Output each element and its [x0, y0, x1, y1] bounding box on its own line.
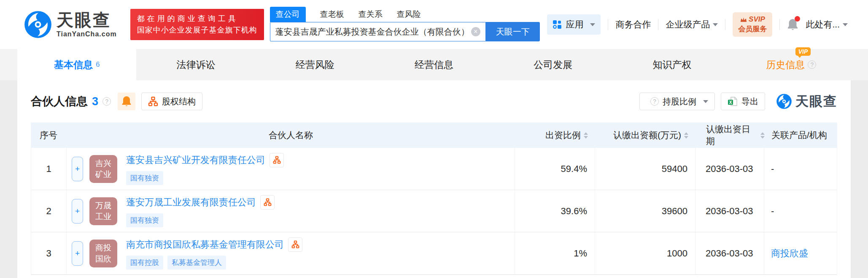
- sort-icon[interactable]: [584, 132, 588, 139]
- company-name-link[interactable]: 蓬安县吉兴矿业开发有限责任公司: [126, 154, 265, 166]
- avatar-line1: 商投: [95, 243, 111, 253]
- search-button[interactable]: 天眼一下: [486, 22, 540, 41]
- search-tab-company[interactable]: 查公司: [270, 7, 306, 22]
- tab-label: 法律诉讼: [176, 58, 215, 71]
- ratio-label: 持股比例: [663, 96, 696, 107]
- equity-structure-icon-button[interactable]: [260, 195, 275, 210]
- notification-bell-button[interactable]: [787, 19, 798, 31]
- clear-search-icon[interactable]: ×: [471, 27, 480, 36]
- sort-icon[interactable]: [684, 132, 688, 139]
- tianyancha-swirl-icon: [776, 93, 792, 109]
- search-tab-risk[interactable]: 查风险: [397, 9, 421, 22]
- chevron-down-icon: [590, 23, 595, 26]
- svg-text:X: X: [729, 100, 732, 105]
- tab-label: 公司发展: [534, 58, 572, 71]
- user-menu[interactable]: 此处有...: [806, 19, 848, 30]
- company-tags: 国有独资: [126, 213, 275, 227]
- tab-company-development[interactable]: 公司发展: [493, 49, 612, 80]
- subscribed-date-value: 2036-03-03: [695, 232, 764, 274]
- subscribed-amount-value: 39600: [595, 190, 695, 232]
- nav-item-enterprise[interactable]: 企业级产品: [666, 19, 718, 30]
- equity-structure-button[interactable]: 股权结构: [141, 93, 202, 110]
- promo-banner: 都在用的商业查询工具 国家中小企业发展子基金旗下机构: [130, 9, 264, 40]
- expand-button[interactable]: +: [72, 241, 83, 266]
- related-product-value[interactable]: 商投欣盛: [764, 232, 837, 274]
- svip-badge[interactable]: SVIP 会员服务: [733, 12, 772, 37]
- col-partner-name: 合伙人名称: [66, 129, 515, 141]
- bell-icon: [121, 96, 132, 107]
- tab-history-info[interactable]: 历史信息 VIP ?: [732, 49, 851, 80]
- company-tags: 国有独资: [126, 171, 284, 185]
- col-label: 认缴出资日期: [706, 123, 757, 147]
- company-block: 蓬安县吉兴矿业开发有限责任公司 国有独资: [126, 153, 284, 185]
- tab-intellectual-property[interactable]: 知识产权: [612, 49, 731, 80]
- subscribed-amount-value: 1000: [595, 232, 695, 274]
- partner-cell: + 吉兴 矿业 蓬安县吉兴矿业开发有限责任公司: [67, 148, 515, 190]
- company-name-link[interactable]: 蓬安万晟工业发展有限责任公司: [126, 196, 256, 209]
- svip-label: SVIP: [749, 15, 765, 25]
- company-type-tag: 私募基金管理人: [167, 256, 226, 270]
- subscribed-date-value: 2036-03-03: [695, 190, 764, 232]
- company-tab-bar: 基本信息 6 法律诉讼 经营风险 经营信息 公司发展 知识产权 历史信息 VIP…: [0, 49, 868, 80]
- col-label: 认缴出资额(万元): [613, 129, 681, 141]
- company-avatar: 吉兴 矿业: [89, 155, 117, 183]
- apps-button[interactable]: 应用: [547, 14, 601, 35]
- chevron-down-icon: [843, 23, 848, 26]
- company-type-tag: 国有独资: [126, 213, 163, 227]
- top-header: 天眼查 TianYanCha.com 都在用的商业查询工具 国家中小企业发展子基…: [0, 0, 868, 49]
- promo-line2: 国家中小企业发展子基金旗下机构: [137, 25, 257, 36]
- tianyancha-swirl-icon: [24, 10, 52, 39]
- export-button[interactable]: X 导出: [721, 93, 765, 110]
- subscribed-amount-value: 59400: [595, 148, 695, 190]
- divider: [608, 19, 608, 30]
- search-input[interactable]: [275, 27, 471, 37]
- apps-label: 应用: [566, 19, 583, 30]
- table-row: 1 + 吉兴 矿业 蓬安县吉兴矿业开发有限责任公司: [31, 148, 837, 190]
- related-product-value: -: [764, 148, 837, 190]
- search-tab-relation[interactable]: 查关系: [359, 9, 383, 22]
- sort-icon[interactable]: [760, 132, 765, 139]
- capital-ratio-value: 59.4%: [515, 148, 595, 190]
- expand-button[interactable]: +: [72, 157, 83, 181]
- help-icon: ?: [650, 97, 659, 106]
- company-name-link[interactable]: 南充市商投国欣私募基金管理有限公司: [126, 238, 284, 251]
- logo-title: 天眼查: [57, 11, 117, 28]
- logo-domain: TianYanCha.com: [57, 31, 117, 38]
- col-subscribed-amount[interactable]: 认缴出资额(万元): [596, 129, 696, 141]
- company-tags: 国有控股私募基金管理人: [126, 256, 302, 270]
- col-subscribed-date[interactable]: 认缴出资日期: [696, 123, 765, 147]
- nav-item-cooperation[interactable]: 商务合作: [615, 19, 651, 30]
- tab-label: 经营风险: [296, 58, 334, 71]
- tab-business-info[interactable]: 经营信息: [375, 49, 493, 80]
- col-capital-ratio[interactable]: 出资比例: [515, 129, 596, 141]
- tab-basic-info[interactable]: 基本信息 6: [17, 49, 136, 80]
- apps-grid-icon: [553, 20, 562, 29]
- equity-structure-icon-button[interactable]: [288, 237, 302, 252]
- avatar-line1: 万晟: [95, 200, 111, 211]
- section-count: 3: [92, 95, 98, 108]
- shareholding-ratio-dropdown[interactable]: ? 持股比例: [639, 93, 715, 110]
- avatar-line1: 吉兴: [95, 158, 111, 169]
- equity-structure-icon-button[interactable]: [270, 153, 284, 167]
- row-index: 2: [31, 190, 67, 232]
- company-block: 蓬安万晟工业发展有限责任公司 国有独资: [126, 195, 275, 227]
- tab-operating-risk[interactable]: 经营风险: [256, 49, 375, 80]
- vip-badge: VIP: [795, 47, 811, 56]
- monitor-bell-button[interactable]: [118, 93, 135, 110]
- expand-button[interactable]: +: [72, 199, 83, 223]
- capital-ratio-value: 39.6%: [515, 190, 595, 232]
- help-icon: ?: [102, 97, 111, 106]
- search-block: 查公司 查老板 查关系 查风险 × 天眼一下: [270, 8, 540, 41]
- tab-legal-proceedings[interactable]: 法律诉讼: [136, 49, 255, 80]
- search-tab-boss[interactable]: 查老板: [320, 9, 344, 22]
- table-row: 2 + 万晟 工业 蓬安万晟工业发展有限责任公司: [31, 190, 837, 232]
- tab-label: 知识产权: [653, 58, 692, 71]
- related-product-value: -: [764, 190, 837, 232]
- watermark-logo: 天眼查: [776, 93, 837, 110]
- tab-label: 经营信息: [415, 58, 453, 71]
- svip-sub-label: 会员服务: [738, 25, 767, 34]
- org-chart-icon: [291, 240, 299, 248]
- divider: [658, 19, 658, 30]
- company-type-tag: 国有独资: [126, 171, 163, 185]
- tianyancha-logo[interactable]: 天眼查 TianYanCha.com: [24, 10, 117, 39]
